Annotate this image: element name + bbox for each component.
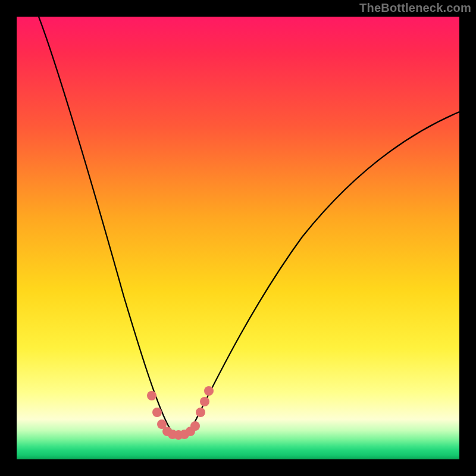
- watermark-text: TheBottleneck.com: [359, 1, 471, 15]
- marker-dot: [152, 408, 162, 417]
- marker-dot: [190, 421, 200, 431]
- plot-area: [17, 17, 459, 459]
- curve-layer: [17, 17, 459, 459]
- marker-dot: [200, 397, 209, 406]
- marker-dot: [196, 408, 205, 417]
- curve-right-branch: [178, 112, 459, 434]
- marker-dot: [204, 386, 214, 396]
- chart-frame: TheBottleneck.com: [0, 0, 476, 476]
- marker-dot: [147, 391, 156, 400]
- curve-left-branch: [39, 17, 178, 434]
- valley-markers: [147, 386, 214, 440]
